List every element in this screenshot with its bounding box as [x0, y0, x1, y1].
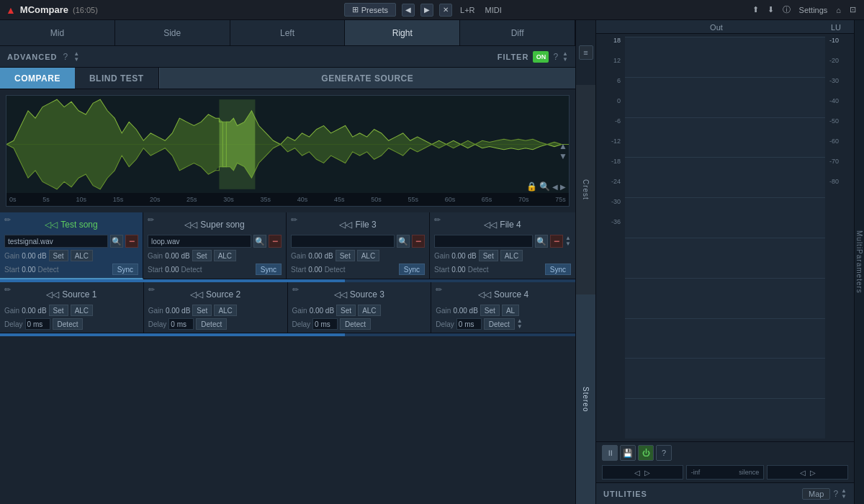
multi-params-label[interactable]: MultiParameters [854, 20, 864, 504]
sync-btn-3[interactable]: Sync [399, 264, 425, 275]
detect-btn-6[interactable]: Detect [196, 318, 227, 330]
filter-down-button[interactable]: ▼ [562, 57, 568, 63]
alc-btn-7[interactable]: ALC [358, 305, 380, 316]
nav-back-button[interactable]: ◀ [402, 4, 415, 17]
alc-btn-2[interactable]: ALC [214, 250, 236, 261]
window-icon[interactable]: ⊡ [847, 5, 858, 14]
file-search-btn-1[interactable]: 🔍 [110, 235, 123, 248]
advanced-down-button[interactable]: ▼ [73, 57, 79, 63]
lock-icon[interactable]: 🔒 [526, 181, 537, 192]
help-icon[interactable]: ⓘ [780, 4, 793, 15]
zoom-icon[interactable]: 🔍 [539, 181, 550, 192]
set-btn-8[interactable]: Set [480, 305, 500, 316]
file-input-4[interactable] [434, 235, 533, 248]
detect-btn-8[interactable]: Detect [484, 318, 515, 330]
file-minus-btn-1[interactable]: − [125, 235, 138, 248]
scroll-down-8[interactable]: ▼ [517, 324, 523, 330]
meter-sidebar-btn[interactable]: ≡ [579, 45, 593, 60]
file-minus-btn-2[interactable]: − [269, 235, 282, 248]
info-button[interactable]: ? [656, 445, 672, 461]
file-search-btn-3[interactable]: 🔍 [397, 235, 410, 248]
edit-icon-4[interactable]: ✏ [434, 215, 441, 225]
filter-help-button[interactable]: ? [553, 52, 558, 62]
tab-diff[interactable]: Diff [460, 20, 575, 45]
presets-button[interactable]: ⊞ Presets [344, 3, 396, 17]
alc-btn-5[interactable]: ALC [71, 305, 93, 316]
set-btn-4[interactable]: Set [479, 250, 498, 261]
map-button[interactable]: Map [802, 488, 830, 500]
tab-left[interactable]: Left [230, 20, 346, 45]
alc-btn-3[interactable]: ALC [357, 250, 379, 261]
import-icon[interactable]: ⬆ [750, 5, 761, 14]
tab-mid[interactable]: Mid [0, 20, 115, 45]
delay-input-5[interactable] [25, 318, 50, 330]
source-name-1[interactable]: ◁◁ Test song [4, 215, 138, 233]
nav-close-button[interactable]: ✕ [439, 4, 452, 17]
sync-btn-4[interactable]: Sync [545, 264, 571, 275]
set-btn-6[interactable]: Set [192, 305, 212, 316]
power-button[interactable]: ⏻ [638, 445, 654, 461]
filter-on-button[interactable]: ON [533, 51, 549, 63]
file-minus-btn-4[interactable]: − [550, 235, 563, 248]
file-search-btn-4[interactable]: 🔍 [535, 235, 548, 248]
source-name-6[interactable]: ◁◁ Source 2 [148, 285, 283, 302]
waveform-arrow1[interactable]: ◀ [552, 183, 558, 191]
set-btn-5[interactable]: Set [49, 305, 68, 316]
meter-val-right[interactable]: ◁ ▷ [767, 465, 848, 480]
source-name-5[interactable]: ◁◁ Source 1 [4, 285, 139, 302]
file-input-3[interactable] [291, 235, 395, 248]
tab-generate-source[interactable]: GENERATE SOURCE [159, 68, 575, 89]
midi-label[interactable]: MIDI [483, 6, 504, 14]
export-icon[interactable]: ⬇ [765, 5, 776, 14]
source-name-2[interactable]: ◁◁ Super song [148, 215, 282, 233]
lr-label[interactable]: L+R [458, 6, 477, 14]
alc-btn-1[interactable]: ALC [71, 250, 93, 261]
set-btn-1[interactable]: Set [49, 250, 68, 261]
edit-icon-6[interactable]: ✏ [148, 285, 155, 294]
nav-forward-button[interactable]: ▶ [420, 4, 433, 17]
waveform-scroll-up[interactable]: ▲ [559, 142, 567, 150]
tab-right[interactable]: Right [345, 20, 460, 45]
home-icon[interactable]: ⌂ [834, 6, 843, 14]
edit-icon-3[interactable]: ✏ [291, 215, 297, 225]
sync-btn-1[interactable]: Sync [112, 264, 138, 275]
source-name-7[interactable]: ◁◁ Source 3 [292, 285, 427, 302]
sync-btn-2[interactable]: Sync [256, 264, 282, 275]
edit-icon-7[interactable]: ✏ [292, 285, 299, 294]
file-search-btn-2[interactable]: 🔍 [253, 235, 266, 248]
save-button[interactable]: 💾 [620, 445, 636, 461]
detect-btn-5[interactable]: Detect [53, 318, 84, 330]
alc-btn-6[interactable]: ALC [214, 305, 236, 316]
advanced-help-button[interactable]: ? [63, 52, 68, 62]
edit-icon-8[interactable]: ✏ [436, 285, 442, 294]
waveform-scroll-down[interactable]: ▼ [559, 152, 567, 161]
file-down-4[interactable]: ▼ [565, 241, 571, 247]
alc-btn-8[interactable]: AL [502, 305, 519, 316]
tab-blind-test[interactable]: BLIND TEST [75, 68, 159, 89]
delay-input-6[interactable] [168, 318, 194, 330]
file-input-2[interactable] [148, 235, 251, 248]
meter-val-left[interactable]: ◁ ▷ [602, 465, 683, 480]
edit-icon-1[interactable]: ✏ [4, 215, 11, 225]
detect-btn-7[interactable]: Detect [340, 318, 371, 330]
delay-input-8[interactable] [456, 318, 482, 330]
file-minus-btn-3[interactable]: − [412, 235, 425, 248]
set-btn-2[interactable]: Set [192, 250, 212, 261]
source-name-4[interactable]: ◁◁ File 4 [434, 215, 571, 233]
set-btn-3[interactable]: Set [336, 250, 355, 261]
alc-btn-4[interactable]: ALC [500, 250, 523, 261]
delay-input-7[interactable] [312, 318, 338, 330]
meter-mode-stereo[interactable]: Stereo [576, 294, 595, 504]
pause-button[interactable]: ⏸ [602, 445, 618, 461]
waveform-arrow2[interactable]: ▶ [560, 183, 566, 191]
set-btn-7[interactable]: Set [336, 305, 356, 316]
source-name-3[interactable]: ◁◁ File 3 [291, 215, 425, 233]
edit-icon-5[interactable]: ✏ [4, 285, 11, 294]
meter-mode-crest[interactable]: Crest [576, 85, 595, 294]
file-input-1[interactable] [4, 235, 108, 248]
tab-side[interactable]: Side [115, 20, 230, 45]
edit-icon-2[interactable]: ✏ [148, 215, 154, 225]
source-name-8[interactable]: ◁◁ Source 4 [436, 285, 571, 302]
utilities-help-button[interactable]: ? [833, 489, 838, 499]
utilities-down-button[interactable]: ▼ [841, 494, 847, 500]
